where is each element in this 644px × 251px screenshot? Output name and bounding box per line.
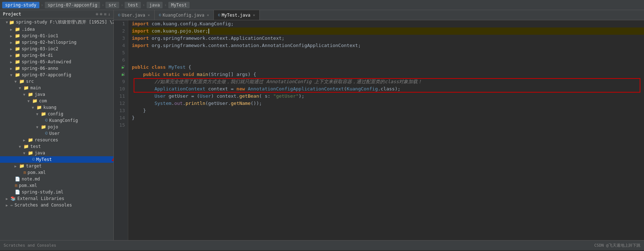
tree-item-user[interactable]: © User (0, 130, 113, 137)
arrow-icon: ▼ (10, 73, 14, 77)
tree-item-pom-xml[interactable]: m pom.xml (0, 182, 113, 189)
nav-tab-mytest[interactable]: MyTest (168, 2, 190, 8)
tree-item-com[interactable]: ▼ 📁 com (0, 98, 113, 104)
arrow-icon: ▶ (10, 54, 14, 58)
arrow-icon: ▶ (10, 27, 14, 31)
editor-area: © User.java ✕ © KuangConfig.java ✕ © MyT… (114, 10, 644, 240)
line-num-5: 5 (114, 49, 125, 56)
tree-item-mytest[interactable]: © MyTest (0, 156, 113, 163)
tree-item-java-test[interactable]: ▼ 📁 java (0, 150, 113, 156)
tree-item-spring-07[interactable]: ▼ 📁 spring-07-appconfig (0, 72, 113, 78)
code-line-10: ApplicationContext context = new Annotat… (132, 85, 644, 93)
tree-label: spring-02-hellospring (22, 40, 77, 45)
tree-item-spring-study[interactable]: ▼ 📁 spring-study F:\班级管理\西开 [19525] \2. … (0, 18, 113, 26)
tree-item-pojo[interactable]: ▼ 📁 pojo (0, 124, 113, 130)
tree-label: pom.xml (27, 170, 46, 175)
tab-close-icon[interactable]: ✕ (207, 13, 209, 17)
tree-item-resources[interactable]: ▶ 📁 resources (0, 137, 113, 143)
tree-item-spring-04[interactable]: ▶ 📁 spring-04-di (0, 52, 113, 59)
java-class-icon: © (45, 131, 48, 136)
line-num-11: 11 (114, 93, 125, 100)
nav-tab-spring-study[interactable]: spring-study (2, 2, 39, 8)
tree-label: com (39, 98, 47, 103)
tree-label: spring-01-ioc1 (22, 33, 58, 38)
tab-close-icon[interactable]: ✕ (148, 13, 150, 17)
line-numbers: 1 2 3 4 5 6 7 8 9 10 11 12 13 14 15 (114, 20, 128, 240)
tree-item-spring-05[interactable]: ▶ 📁 spring-05-Autowired (0, 59, 113, 65)
tree-label: src (26, 79, 34, 84)
tree-item-target[interactable]: ▶ 📁 target (0, 163, 113, 169)
tab-kuangconfig-java[interactable]: © KuangConfig.java ✕ (155, 10, 214, 20)
code-line-1: import com.kuang.config.KuangConfig; (132, 20, 644, 27)
folder-icon: 📁 (15, 53, 20, 58)
tree-item-external-libs[interactable]: ▶ 📚 External Libraries (0, 195, 113, 202)
sidebar-icon-2[interactable]: ⊕ (100, 12, 102, 17)
arrow-icon (40, 119, 44, 123)
bottom-left: Scratches and Consoles (4, 243, 56, 248)
tab-mytest-java[interactable]: © MyTest.java ✕ (214, 10, 260, 20)
nav-tab-java[interactable]: java (147, 2, 163, 8)
tree-item-note-md[interactable]: 📄 note.md (0, 176, 113, 182)
tree-item-kuangconfig[interactable]: © KuangConfig (0, 117, 113, 124)
arrow-icon: ▼ (27, 99, 31, 103)
run-icon-main[interactable]: ▶ (122, 71, 124, 78)
arrow-icon (10, 177, 14, 181)
tree-item-main[interactable]: ▼ 📁 main (0, 85, 113, 91)
ext-libs-icon: 📚 (10, 196, 16, 201)
tree-label: spring-06-anno (22, 66, 58, 71)
tree-item-pom-xml-module[interactable]: m pom.xml (0, 169, 113, 176)
nav-tab-src[interactable]: src (105, 2, 119, 8)
tree-label: java (35, 150, 45, 156)
tree-item-java-main[interactable]: ▼ 📁 java (0, 91, 113, 98)
code-lines: ▶ ▶ import com.kuang.config.KuangConfig;… (128, 20, 644, 240)
red-arrow (106, 145, 114, 171)
tab-label: MyTest.java (222, 13, 250, 18)
tree-label: External Libraries (17, 196, 64, 201)
folder-icon: 📁 (28, 137, 33, 142)
tree-item-config[interactable]: ▼ 📁 config (0, 111, 113, 117)
sidebar-icon-3[interactable]: ≡ (104, 12, 107, 17)
code-line-6 (132, 56, 644, 64)
xml-file-icon: m (15, 183, 17, 188)
tree-label: kuang (43, 105, 56, 110)
folder-icon: 📁 (15, 66, 20, 71)
tree-item-spring-study-iml[interactable]: 📄 spring-study.iml (0, 189, 113, 195)
arrow-icon: ▶ (23, 138, 27, 142)
tree-item-spring-03[interactable]: ▶ 📁 spring-03-ioc2 (0, 46, 113, 52)
java-icon: © (159, 13, 161, 17)
tree-item-kuang[interactable]: ▼ 📁 kuang (0, 104, 113, 111)
sidebar-icon-1[interactable]: ⊕ (96, 12, 98, 17)
tree-label: spring-04-di (22, 53, 53, 58)
tree-label: MyTest (36, 157, 52, 162)
tree-item-idea[interactable]: ▶ 📁 .idea (0, 26, 113, 33)
tree-label: User (49, 131, 60, 136)
arrow-icon: ▶ (6, 203, 9, 207)
nav-tab-test[interactable]: test (125, 2, 141, 8)
tree-label: main (30, 85, 41, 90)
run-icon-class[interactable]: ▶ (122, 64, 124, 71)
code-editor[interactable]: 1 2 3 4 5 6 7 8 9 10 11 12 13 14 15 ▶ ▶ (114, 20, 644, 240)
tab-close-icon[interactable]: ✕ (253, 13, 255, 17)
tree-item-spring-02[interactable]: ▶ 📁 spring-02-hellospring (0, 39, 113, 46)
folder-icon: 📁 (19, 163, 25, 169)
nav-tab-spring-07-appconfig[interactable]: spring-07-appconfig (45, 2, 100, 8)
folder-icon: 📁 (41, 111, 46, 116)
arrow-icon: ▶ (14, 164, 18, 168)
scratches-icon: ✏ (10, 203, 13, 208)
folder-icon: 📁 (19, 79, 25, 84)
main-layout: Project ⊕ ⊕ ≡ ↓ ▼ 📁 spring-study F:\班级管理… (0, 10, 644, 240)
code-line-2: import com.kuang.pojo.User; (132, 27, 644, 35)
arrow-icon: ▼ (36, 112, 40, 116)
tree-item-src[interactable]: ▼ 📁 src (0, 78, 113, 85)
tree-item-scratches[interactable]: ▶ ✏ Scratches and Consoles (0, 202, 113, 208)
folder-icon: 📁 (9, 20, 14, 25)
tree-item-spring-01[interactable]: ▶ 📁 spring-01-ioc1 (0, 33, 113, 39)
tree-item-test[interactable]: ▼ 📁 test (0, 143, 113, 150)
scratches-label: Scratches and Consoles (4, 243, 56, 248)
sidebar-icon-4[interactable]: ↓ (108, 12, 111, 17)
md-file-icon: 📄 (15, 176, 20, 182)
tab-user-java[interactable]: © User.java ✕ (114, 10, 155, 20)
line-num-9: 9 (114, 78, 125, 85)
folder-icon: 📁 (15, 72, 20, 77)
tree-item-spring-06[interactable]: ▶ 📁 spring-06-anno (0, 65, 113, 72)
